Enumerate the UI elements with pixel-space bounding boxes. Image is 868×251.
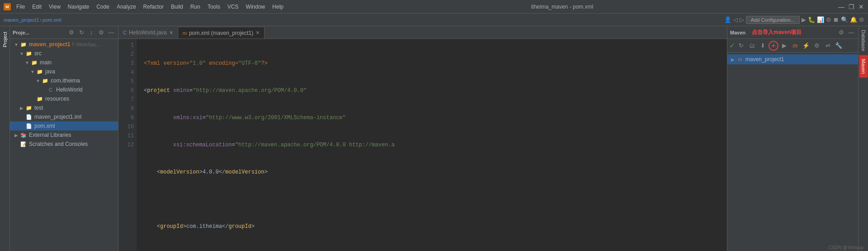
line-num-3: 3 bbox=[119, 59, 134, 68]
maximize-button[interactable]: ❐ bbox=[848, 4, 854, 10]
menu-view[interactable]: View bbox=[46, 3, 63, 11]
stop-button[interactable]: ⏹ bbox=[833, 16, 839, 23]
tree-ext-label: External Libraries bbox=[29, 132, 71, 138]
panel-sort-icon[interactable]: ↕ bbox=[87, 29, 95, 37]
maven-toggle-button[interactable]: ⇌ bbox=[823, 41, 833, 51]
maven-close-icon[interactable]: — bbox=[847, 29, 855, 37]
maven-project-item[interactable]: ▶ m maven_project1 bbox=[727, 54, 858, 64]
line-num-4: 4 bbox=[119, 68, 134, 77]
panel-settings-icon[interactable]: ⚙ bbox=[67, 29, 76, 37]
title-bar-left: M File Edit View Navigate Code Analyze R… bbox=[4, 3, 286, 11]
maven-generate-button[interactable]: ⚙ bbox=[812, 41, 822, 51]
breadcrumb-file: pom.xml bbox=[43, 17, 62, 23]
menu-window[interactable]: Window bbox=[243, 3, 268, 11]
tab-helloworld-label: HelloWorld.java bbox=[129, 29, 167, 36]
tab-java-icon: C bbox=[123, 30, 127, 35]
tree-main[interactable]: ▼ 📁 main bbox=[10, 58, 118, 67]
iml-file-icon: 📄 bbox=[25, 113, 33, 121]
run-button[interactable]: ▶ bbox=[802, 16, 806, 23]
maven-header-icons: ⚙ — bbox=[837, 29, 855, 37]
menu-refactor[interactable]: Refactor bbox=[141, 3, 166, 11]
tab-pom[interactable]: m pom.xml (maven_project1) ✕ bbox=[178, 27, 265, 39]
menu-help[interactable]: Help bbox=[270, 3, 286, 11]
maven-add-button[interactable]: + bbox=[768, 41, 778, 51]
tree-iml[interactable]: 📄 maven_project1.iml bbox=[10, 112, 118, 121]
add-configuration-button[interactable]: Add Configuration... bbox=[746, 16, 800, 24]
tree-src[interactable]: ▼ 📁 src bbox=[10, 49, 118, 58]
tree-arrow-ext: ▶ bbox=[14, 132, 19, 138]
menu-navigate[interactable]: Navigate bbox=[65, 3, 92, 11]
database-vtab[interactable]: Database bbox=[859, 26, 868, 55]
folder-icon-test: 📁 bbox=[25, 104, 33, 111]
folder-icon-res: 📁 bbox=[36, 95, 43, 102]
tree-test[interactable]: ▶ 📁 test bbox=[10, 103, 118, 112]
search-everywhere-icon[interactable]: 🔍 bbox=[841, 16, 848, 23]
maven-settings-icon[interactable]: ⚙ bbox=[837, 29, 845, 37]
maven-download-button[interactable]: ⬇ bbox=[758, 41, 768, 51]
maven-vtab[interactable]: Maven bbox=[859, 55, 868, 78]
tab-close-pom[interactable]: ✕ bbox=[256, 30, 260, 36]
maven-skip-button[interactable]: ⚡ bbox=[801, 41, 811, 51]
folder-icon-java: 📁 bbox=[36, 68, 43, 75]
profile-button[interactable]: 📊 bbox=[817, 16, 824, 23]
menu-vcs[interactable]: VCS bbox=[225, 3, 242, 11]
panel-close-icon[interactable]: — bbox=[107, 29, 115, 37]
tab-close-helloworld[interactable]: ✕ bbox=[169, 30, 173, 36]
tree-pom-label: pom.xml bbox=[34, 123, 55, 129]
maven-refresh-button[interactable]: ↻ bbox=[736, 41, 746, 51]
menu-file[interactable]: File bbox=[14, 3, 28, 11]
title-bar: M File Edit View Navigate Code Analyze R… bbox=[0, 0, 868, 14]
panel-gear-icon[interactable]: ⚙ bbox=[97, 29, 105, 37]
tree-main-label: main bbox=[40, 59, 52, 66]
attribution-text: CSDN @Yishoop bbox=[829, 245, 863, 250]
back-icon[interactable]: ◁ bbox=[733, 16, 738, 23]
menu-bar[interactable]: File Edit View Navigate Code Analyze Ref… bbox=[14, 3, 286, 11]
maven-wrench-button[interactable]: 🔧 bbox=[834, 41, 844, 51]
forward-icon[interactable]: ▷ bbox=[740, 16, 744, 23]
tab-pom-label: pom.xml (maven_project1) bbox=[189, 30, 253, 36]
close-button[interactable]: ✕ bbox=[858, 4, 864, 10]
tree-java[interactable]: ▼ 📁 java bbox=[10, 67, 118, 76]
tree-arrow-pom bbox=[19, 123, 24, 129]
maven-tree: ▶ m maven_project1 bbox=[727, 53, 858, 251]
menu-analyze[interactable]: Analyze bbox=[114, 3, 139, 11]
folder-icon-root: 📁 bbox=[20, 41, 27, 48]
menu-code[interactable]: Code bbox=[94, 3, 112, 11]
project-vtab[interactable]: Project bbox=[1, 28, 9, 51]
maven-panel: Maven 点击导入maven项目 ⚙ — ✓ ↻ 🗂 ⬇ + ▶ m ⚡ ⚙ … bbox=[727, 26, 858, 251]
tree-test-label: test bbox=[34, 105, 43, 111]
notification-icon[interactable]: 🔔 bbox=[850, 16, 857, 23]
line-num-8: 8 bbox=[119, 104, 134, 113]
breadcrumb-project: maven_project1 bbox=[4, 17, 39, 23]
menu-run[interactable]: Run bbox=[188, 3, 203, 11]
window-title: itheima_maven - pom.xml bbox=[531, 4, 593, 10]
debug-button[interactable]: 🐛 bbox=[808, 16, 815, 23]
tree-resources[interactable]: 📁 resources bbox=[10, 94, 118, 103]
coverage-button[interactable]: ⚙ bbox=[826, 16, 831, 23]
tree-iml-label: maven_project1.iml bbox=[34, 114, 81, 120]
tree-external-libs[interactable]: ▶ 📚 External Libraries bbox=[10, 130, 118, 140]
tree-root[interactable]: ▼ 📁 maven_project1 F:\WorkSpa... bbox=[10, 40, 118, 49]
tree-helloworld[interactable]: C HelloWorld bbox=[10, 85, 118, 94]
maven-profile-button[interactable]: 🗂 bbox=[747, 41, 757, 51]
minimize-button[interactable]: — bbox=[838, 4, 844, 10]
tab-helloworld[interactable]: C HelloWorld.java ✕ bbox=[119, 27, 178, 39]
code-editor: 1 2 3 4 5 6 7 8 9 10 11 12 <?xml version… bbox=[119, 39, 727, 251]
tree-com-itheima[interactable]: ▼ 📁 com.itheima bbox=[10, 76, 118, 85]
settings-icon[interactable]: ⚙ bbox=[859, 16, 864, 23]
maven-m-button[interactable]: m bbox=[790, 41, 800, 51]
code-content[interactable]: <?xml version="1.0" encoding="UTF-8"?> <… bbox=[140, 39, 727, 251]
menu-edit[interactable]: Edit bbox=[29, 3, 44, 11]
line-gutter bbox=[137, 39, 140, 251]
tree-helloworld-label: HelloWorld bbox=[56, 87, 82, 93]
panel-sync-icon[interactable]: ↻ bbox=[77, 29, 85, 37]
line-num-6: 6 bbox=[119, 86, 134, 95]
user-icon[interactable]: 👤 bbox=[724, 16, 731, 23]
tree-arrow-src: ▼ bbox=[19, 51, 24, 56]
tree-src-label: src bbox=[34, 50, 42, 57]
maven-run-button[interactable]: ▶ bbox=[779, 41, 789, 51]
tree-pom[interactable]: 📄 pom.xml bbox=[10, 121, 118, 130]
menu-tools[interactable]: Tools bbox=[205, 3, 223, 11]
menu-build[interactable]: Build bbox=[168, 3, 186, 11]
tree-scratches[interactable]: 📝 Scratches and Consoles bbox=[10, 140, 118, 149]
